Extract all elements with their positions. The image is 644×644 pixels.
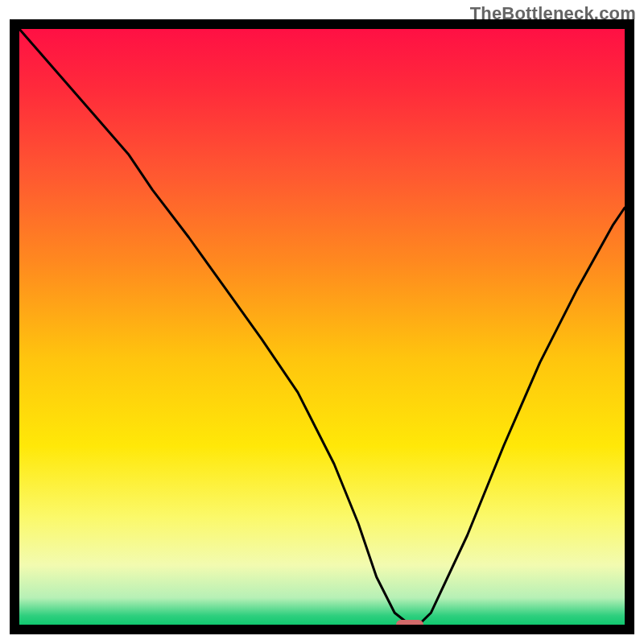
gradient-background xyxy=(19,29,625,625)
bottleneck-chart xyxy=(10,19,634,634)
chart-frame: TheBottleneck.com xyxy=(0,0,644,644)
